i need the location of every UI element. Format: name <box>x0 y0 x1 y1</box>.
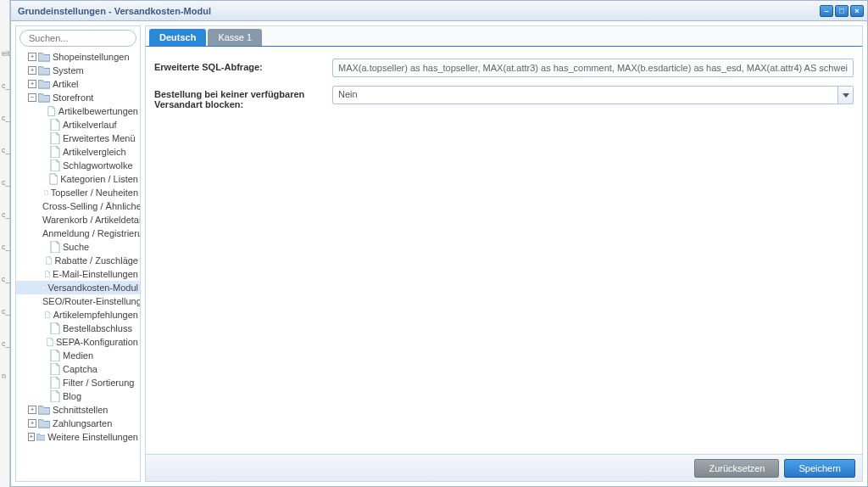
form-area: Erweiterte SQL-Abfrage: Bestellung bei k… <box>146 47 862 454</box>
tree-folder[interactable]: +System <box>16 64 140 77</box>
tab-kasse1[interactable]: Kasse 1 <box>208 29 262 46</box>
tree-folder[interactable]: −Storefront <box>16 91 140 104</box>
tree-item[interactable]: SEPA-Konfiguration <box>16 335 140 349</box>
tree-folder[interactable]: +Shopeinstellungen <box>16 50 140 64</box>
tree-item[interactable]: Cross-Selling / Ähnliche Art. <box>16 199 140 213</box>
search-input[interactable] <box>29 33 146 43</box>
tree-folder[interactable]: +Weitere Einstellungen <box>16 430 140 444</box>
tree-item[interactable]: E-Mail-Einstellungen <box>16 267 140 281</box>
nav-tree: +Shopeinstellungen+System+Artikel−Storef… <box>16 50 140 481</box>
expand-icon[interactable]: + <box>28 80 36 88</box>
tree-folder[interactable]: +Artikel <box>16 77 140 91</box>
block-select-value: Nein <box>333 87 837 104</box>
footer-toolbar: Zurücksetzen Speichern <box>146 454 862 481</box>
tree-item[interactable]: Schlagwortwolke <box>16 159 140 172</box>
tree-item[interactable]: Suche <box>16 240 140 254</box>
tree-item[interactable]: Medien <box>16 349 140 362</box>
tree-item[interactable]: SEO/Router-Einstellungen <box>16 294 140 308</box>
tree-item[interactable]: Versandkosten-Modul <box>16 281 140 294</box>
tree-item[interactable]: Anmeldung / Registrierung <box>16 227 140 240</box>
settings-window: Grundeinstellungen - Versandkosten-Modul… <box>10 0 868 487</box>
expand-icon[interactable]: + <box>28 406 36 414</box>
tree-item[interactable]: Filter / Sortierung <box>16 376 140 389</box>
save-button[interactable]: Speichern <box>784 459 855 478</box>
block-label: Bestellung bei keiner verfügbaren Versan… <box>154 86 332 109</box>
sql-input[interactable] <box>332 59 854 77</box>
chevron-down-icon <box>843 93 849 98</box>
tree-item[interactable]: Captcha <box>16 362 140 376</box>
tree-item[interactable]: Artikelempfehlungen <box>16 308 140 322</box>
search-box[interactable] <box>19 30 136 47</box>
minimize-button[interactable]: – <box>820 5 833 17</box>
tree-item[interactable]: Topseller / Neuheiten <box>16 186 140 199</box>
close-button[interactable]: × <box>850 5 864 17</box>
main-panel: Deutsch Kasse 1 Erweiterte SQL-Abfrage: … <box>145 25 863 482</box>
tree-item[interactable]: Rabatte / Zuschläge <box>16 254 140 267</box>
reset-button[interactable]: Zurücksetzen <box>694 459 779 478</box>
tree-item[interactable]: Artikelbewertungen <box>16 104 140 118</box>
sql-label: Erweiterte SQL-Abfrage: <box>154 59 332 72</box>
titlebar: Grundeinstellungen - Versandkosten-Modul… <box>11 1 867 21</box>
tree-item[interactable]: Kategorien / Listen <box>16 172 140 186</box>
tree-item[interactable]: Warenkorb / Artikeldetails <box>16 213 140 227</box>
tab-strip: Deutsch Kasse 1 <box>146 26 862 47</box>
background-strip: eitc_c_ c_c_c_ c_c_c_ c_n <box>0 0 10 487</box>
tree-item[interactable]: Bestellabschluss <box>16 322 140 335</box>
tab-deutsch[interactable]: Deutsch <box>149 29 206 46</box>
expand-icon[interactable]: + <box>28 419 36 428</box>
collapse-icon[interactable]: − <box>28 93 36 102</box>
sidebar: +Shopeinstellungen+System+Artikel−Storef… <box>15 25 141 482</box>
expand-icon[interactable]: + <box>28 53 36 61</box>
tree-item[interactable]: Artikelverlauf <box>16 118 140 132</box>
tree-item[interactable]: Artikelvergleich <box>16 145 140 159</box>
tree-item[interactable]: Erweitertes Menü <box>16 132 140 145</box>
block-select[interactable]: Nein <box>332 86 854 104</box>
expand-icon[interactable]: + <box>28 66 36 75</box>
tree-folder[interactable]: +Schnittstellen <box>16 403 140 417</box>
tree-item[interactable]: Blog <box>16 389 140 403</box>
block-select-trigger[interactable] <box>837 87 853 104</box>
maximize-button[interactable]: □ <box>835 5 849 17</box>
expand-icon[interactable]: + <box>28 433 35 441</box>
tree-folder[interactable]: +Zahlungsarten <box>16 417 140 430</box>
window-title: Grundeinstellungen - Versandkosten-Modul <box>18 6 211 16</box>
